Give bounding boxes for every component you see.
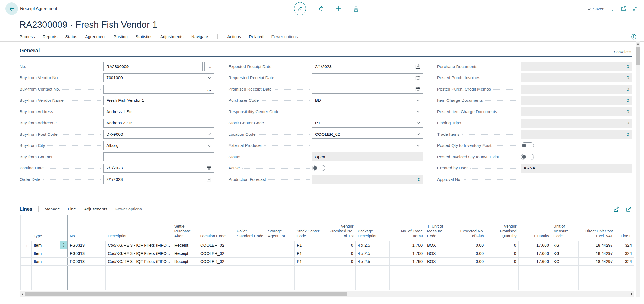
promised-receipt-date-input[interactable] (312, 85, 423, 94)
empty-cell[interactable] (68, 282, 106, 290)
posted-invoiced-qty-to-invt-exist-toggle[interactable] (521, 154, 534, 160)
cell-no_of_trade_items[interactable]: 1,760 (390, 241, 425, 249)
empty-cell[interactable] (60, 265, 68, 274)
column-header-settle_purchase_after[interactable]: Settle Purchase After (172, 215, 198, 241)
share-button[interactable] (317, 5, 324, 12)
cell-settle_purchase_after[interactable]: Receipt (172, 249, 198, 257)
row-options-cell[interactable] (60, 257, 68, 265)
empty-cell[interactable] (235, 274, 266, 282)
no-lookup-button[interactable]: … (204, 62, 214, 71)
calendar-icon[interactable] (207, 177, 211, 182)
purchase-documents-value[interactable]: 0 (521, 62, 632, 71)
empty-cell[interactable] (295, 274, 324, 282)
cell-quantity[interactable]: 17,600 (519, 249, 551, 257)
row-selector-cell[interactable]: → (21, 241, 32, 249)
chevron-down-icon[interactable] (417, 122, 420, 124)
empty-cell[interactable] (235, 265, 266, 274)
chevron-down-icon[interactable] (208, 77, 211, 79)
empty-cell[interactable] (21, 274, 32, 282)
cell-description[interactable]: Cod/KG/RE 3 - IQF Fillets (FIFO... (106, 249, 172, 257)
cell-package_description[interactable]: 4 x 2,5 (356, 241, 390, 249)
empty-cell[interactable] (519, 274, 551, 282)
expected-receipt-date-input[interactable]: 2/1/2023 (312, 62, 423, 71)
empty-cell[interactable] (390, 282, 425, 290)
cell-stock_center_code[interactable]: P1 (295, 257, 324, 265)
column-header-expected_no_of_fish[interactable]: Expected No. of Fish (455, 215, 486, 241)
cell-vendor_promised_quantity[interactable]: 0 (486, 257, 519, 265)
chevron-down-icon[interactable] (417, 99, 420, 102)
cell-pallet_standard_code[interactable] (235, 241, 266, 249)
chevron-down-icon[interactable] (208, 144, 211, 147)
buy-from-address-2-input[interactable]: Address 2 Str. (103, 119, 214, 128)
empty-cell[interactable] (615, 274, 634, 282)
table-row[interactable]: ItemFG0313Cod/KG/RE 3 - IQF Fillets (FIF… (21, 249, 634, 257)
empty-table-row[interactable] (21, 282, 634, 290)
buy-from-vendor-no-select[interactable]: 7001000 (103, 73, 214, 82)
cell-package_description[interactable]: 4 x 2,5 (356, 249, 390, 257)
empty-cell[interactable] (32, 265, 60, 274)
column-header-marker[interactable] (21, 215, 32, 241)
cell-vendor_promised_no_of_tls[interactable]: 0 (324, 257, 356, 265)
empty-cell[interactable] (455, 282, 486, 290)
posted-qty-to-inventory-exist-toggle[interactable] (521, 142, 534, 148)
external-producer-select[interactable] (312, 141, 423, 150)
edit-button[interactable] (294, 2, 306, 15)
posted-item-charge-documents-value[interactable]: 0 (521, 107, 632, 116)
empty-cell[interactable] (266, 265, 295, 274)
chevron-down-icon[interactable] (208, 133, 211, 135)
empty-cell[interactable] (579, 274, 615, 282)
cell-type[interactable]: Item (32, 257, 60, 265)
calendar-icon[interactable] (415, 87, 420, 91)
menu-adjustments[interactable]: Adjustments (160, 34, 183, 39)
empty-cell[interactable] (390, 274, 425, 282)
cell-no[interactable]: FG0313 (68, 249, 106, 257)
empty-cell[interactable] (68, 274, 106, 282)
chevron-down-icon[interactable] (417, 110, 420, 113)
empty-cell[interactable] (390, 265, 425, 274)
calendar-icon[interactable] (415, 76, 420, 80)
cell-pallet_standard_code[interactable] (235, 249, 266, 257)
empty-cell[interactable] (425, 265, 455, 274)
menu-status[interactable]: Status (65, 34, 77, 39)
row-selector-cell[interactable] (21, 249, 32, 257)
cell-direct_unit_cost_excl_vat[interactable]: 18.44297 (579, 257, 615, 265)
empty-cell[interactable] (21, 282, 32, 290)
cell-settle_purchase_after[interactable]: Receipt (172, 241, 198, 249)
menu-statistics[interactable]: Statistics (136, 34, 152, 39)
cell-expected_no_of_fish[interactable]: 0.00 (455, 257, 486, 265)
empty-cell[interactable] (21, 265, 32, 274)
cell-storage_agent_lot[interactable] (266, 257, 295, 265)
calendar-icon[interactable] (415, 64, 420, 69)
empty-cell[interactable] (32, 274, 60, 282)
menu-posting[interactable]: Posting (114, 34, 128, 39)
show-less-link[interactable]: Show less (614, 50, 631, 54)
empty-cell[interactable] (551, 274, 579, 282)
posting-date-input[interactable]: 2/1/2023 (103, 164, 214, 173)
cell-pallet_standard_code[interactable] (235, 257, 266, 265)
cell-storage_agent_lot[interactable] (266, 249, 295, 257)
column-header-line_amount[interactable]: Line E (615, 215, 634, 241)
empty-cell[interactable] (455, 274, 486, 282)
responsibility-center-code-select[interactable] (312, 107, 423, 116)
column-header-description[interactable]: Description (106, 215, 172, 241)
empty-cell[interactable] (579, 265, 615, 274)
order-date-input[interactable]: 2/1/2023 (103, 175, 214, 184)
cell-direct_unit_cost_excl_vat[interactable]: 18.44297 (579, 241, 615, 249)
empty-cell[interactable] (198, 274, 235, 282)
active-toggle[interactable] (312, 165, 325, 171)
empty-cell[interactable] (235, 282, 266, 290)
stock-center-code-select[interactable]: P1 (312, 119, 423, 128)
empty-cell[interactable] (198, 282, 235, 290)
menu-process[interactable]: Process (20, 34, 35, 39)
item-charge-documents-value[interactable]: 0 (521, 96, 632, 105)
cell-type[interactable]: Item (32, 249, 60, 257)
empty-cell[interactable] (324, 282, 356, 290)
buy-from-vendor-name-input[interactable]: Fresh Fish Vendor 1 (103, 96, 214, 105)
cell-direct_unit_cost_excl_vat[interactable]: 18.44297 (579, 249, 615, 257)
menu-agreement[interactable]: Agreement (85, 34, 106, 39)
menu-navigate[interactable]: Navigate (191, 34, 208, 39)
empty-cell[interactable] (60, 282, 68, 290)
empty-cell[interactable] (425, 274, 455, 282)
cell-type[interactable]: Item (32, 241, 60, 249)
cell-unit_of_measure_code[interactable]: KG (551, 249, 579, 257)
